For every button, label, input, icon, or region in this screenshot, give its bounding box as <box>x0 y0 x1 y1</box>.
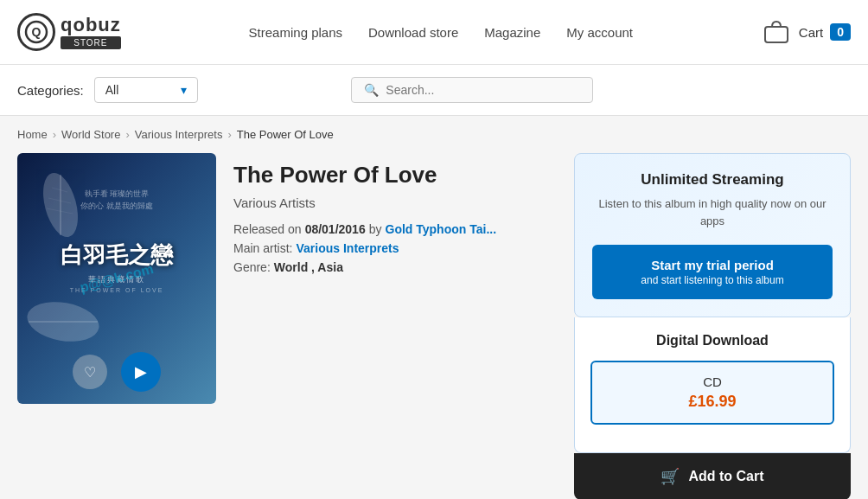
cart-count: 0 <box>830 23 851 41</box>
logo-icon: Q <box>17 13 55 51</box>
streaming-card: Unlimited Streaming Listen to this album… <box>574 153 851 317</box>
breadcrumb-various-interprets[interactable]: Various Interprets <box>135 128 223 141</box>
meta-genre: Genre: World , Asia <box>233 260 557 274</box>
svg-text:Q: Q <box>32 25 41 39</box>
logo-store-badge: STORE <box>61 36 121 49</box>
meta-main-artist: Main artist: Various Interprets <box>233 241 557 255</box>
cart-icon <box>761 16 792 48</box>
album-title: The Power Of Love <box>233 162 557 189</box>
meta-released-label: Released on <box>233 222 302 236</box>
meta-released-date: 08/01/2016 <box>305 222 366 236</box>
trial-button[interactable]: Start my trial period and start listenin… <box>592 245 833 299</box>
breadcrumb-sep-2: › <box>125 128 129 141</box>
meta-by-label: by <box>369 222 382 236</box>
breadcrumb-sep-1: › <box>53 128 56 141</box>
album-info: The Power Of Love Various Artists Releas… <box>233 153 557 499</box>
album-title-cn: 白羽毛之戀 <box>61 240 173 270</box>
categories-dropdown[interactable]: All ▾ <box>94 77 198 103</box>
heart-button[interactable]: ♡ <box>73 355 107 389</box>
meta-released: Released on 08/01/2016 by Gold Typhoon T… <box>233 222 557 236</box>
categories-label: Categories: <box>17 83 84 98</box>
cart-label: Cart <box>799 25 823 40</box>
breadcrumb-sep-3: › <box>227 128 231 141</box>
add-to-cart-button[interactable]: 🛒 Add to Cart <box>574 453 851 499</box>
cd-option[interactable]: CD £16.99 <box>590 361 834 425</box>
main-content: 執手看 璀璨的世界 你的心 就是我的歸處 白羽毛之戀 華語典藏情歌 THE PO… <box>0 153 868 499</box>
categories-left: Categories: All ▾ <box>17 77 198 103</box>
logo-area[interactable]: Q qobuz STORE <box>17 13 121 51</box>
nav-streaming-plans[interactable]: Streaming plans <box>249 25 342 40</box>
cd-price: £16.99 <box>604 393 820 411</box>
digital-section: Digital Download CD £16.99 <box>574 317 851 453</box>
purchase-panel: Unlimited Streaming Listen to this album… <box>574 153 851 499</box>
meta-genre-value: World , Asia <box>274 260 343 274</box>
categories-selected: All <box>105 83 119 97</box>
publisher-text: Gold Typhoon Tai <box>386 222 487 236</box>
breadcrumb: Home › World Store › Various Interprets … <box>0 116 868 153</box>
released-date-text: 08/01/2016 <box>305 222 366 236</box>
meta-main-artist-label: Main artist: <box>233 241 292 255</box>
header: Q qobuz STORE Streaming plans Download s… <box>0 0 868 65</box>
album-subtitle-cn: 華語典藏情歌 <box>61 273 173 285</box>
main-nav: Streaming plans Download store Magazine … <box>249 25 633 40</box>
chevron-down-icon: ▾ <box>181 83 187 97</box>
album-subtitle-en: THE POWER OF LOVE <box>61 286 173 292</box>
album-feather-top-icon <box>35 170 86 240</box>
album-meta: Released on 08/01/2016 by Gold Typhoon T… <box>233 222 557 274</box>
search-input[interactable] <box>386 83 580 97</box>
trial-button-main: Start my trial period <box>651 258 774 272</box>
album-artist: Various Artists <box>233 195 557 210</box>
album-title-cn-wrapper: 白羽毛之戀 華語典藏情歌 THE POWER OF LOVE <box>61 240 173 292</box>
album-cover-inner: 執手看 璀璨的世界 你的心 就是我的歸處 白羽毛之戀 華語典藏情歌 THE PO… <box>17 153 216 404</box>
streaming-desc: Listen to this album in high quality now… <box>592 195 833 229</box>
logo-text: qobuz STORE <box>61 16 121 49</box>
cart-area[interactable]: Cart 0 <box>761 16 851 48</box>
cart-icon-btn: 🛒 <box>661 467 680 486</box>
nav-my-account[interactable]: My account <box>566 25 633 40</box>
meta-publisher-link[interactable]: Gold Typhoon Tai... <box>386 222 497 236</box>
categories-bar: Categories: All ▾ 🔍 <box>0 65 868 116</box>
publisher-rest: ... <box>486 222 496 236</box>
search-bar[interactable]: 🔍 <box>351 77 593 103</box>
album-section: 執手看 璀璨的世界 你的心 就是我的歸處 白羽毛之戀 華語典藏情歌 THE PO… <box>17 153 557 499</box>
svg-rect-2 <box>765 27 788 42</box>
album-feather-bottom-icon <box>24 300 102 343</box>
nav-download-store[interactable]: Download store <box>368 25 458 40</box>
meta-genre-label: Genre: <box>233 260 271 274</box>
breadcrumb-current: The Power Of Love <box>237 128 334 141</box>
logo-name: qobuz <box>61 16 121 35</box>
breadcrumb-world-store[interactable]: World Store <box>61 128 120 141</box>
add-to-cart-label: Add to Cart <box>688 469 763 484</box>
cd-label: CD <box>604 374 820 389</box>
digital-title: Digital Download <box>590 333 834 349</box>
streaming-title: Unlimited Streaming <box>592 171 833 189</box>
trial-button-sub: and start listening to this album <box>610 274 815 288</box>
album-controls: ♡ ▶ <box>17 352 216 392</box>
breadcrumb-home[interactable]: Home <box>17 128 48 141</box>
meta-main-artist-link[interactable]: Various Interprets <box>296 241 399 255</box>
search-icon: 🔍 <box>364 83 379 97</box>
play-button[interactable]: ▶ <box>121 352 161 392</box>
nav-magazine[interactable]: Magazine <box>484 25 540 40</box>
album-cover: 執手看 璀璨的世界 你的心 就是我的歸處 白羽毛之戀 華語典藏情歌 THE PO… <box>17 153 216 404</box>
